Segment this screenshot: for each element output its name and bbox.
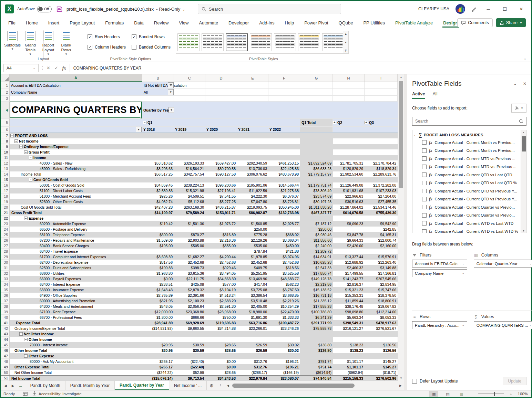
filter-funnel-button[interactable] [168, 82, 174, 88]
row-number[interactable]: 6 [1, 127, 10, 133]
fieldlist-scroll-thumb[interactable] [522, 136, 526, 151]
select-all-corner[interactable] [1, 74, 10, 82]
row-number[interactable]: 14 [1, 171, 10, 177]
sheet-tab-net-income-[interactable]: Net Income ' ... [169, 381, 207, 390]
ribbon-tab-file[interactable]: File [8, 18, 16, 28]
checkbox-row-headers[interactable]: ✓Row Headers [88, 34, 132, 39]
style-thumbnail-4[interactable] [250, 33, 272, 51]
ribbon-tab-power-pivot[interactable]: Power Pivot [304, 18, 329, 28]
row-number[interactable]: 35 [1, 287, 10, 293]
row-number[interactable]: 24 [1, 227, 10, 232]
close-button[interactable]: ✕ [516, 7, 526, 12]
row-number[interactable]: 41 [1, 320, 10, 326]
field-checkbox[interactable] [422, 213, 427, 218]
quarter-year-dropdown-button[interactable]: ▼ [168, 107, 174, 113]
ribbon-tab-view[interactable]: View [178, 18, 189, 28]
normal-view-icon[interactable]: ▦ [429, 391, 438, 397]
row-number[interactable]: 31 [1, 265, 10, 271]
column-header-H[interactable]: H [333, 74, 365, 82]
field-checkbox[interactable] [422, 181, 427, 185]
field-checkbox[interactable] [422, 229, 427, 233]
vertical-scrollbar[interactable]: ▲ ▼ [398, 74, 404, 381]
row-number[interactable]: 29 [1, 254, 10, 260]
style-thumbnail-5[interactable] [274, 33, 296, 51]
name-box[interactable]: A4⌄ [3, 64, 39, 72]
share-button[interactable]: Share ▼ [496, 18, 526, 27]
ribbon-tab-add-ins[interactable]: Add-ins [258, 18, 275, 28]
row-number[interactable]: 38 [1, 304, 10, 309]
excel-app-icon[interactable]: X [5, 4, 14, 13]
collapse-ribbon-icon[interactable]: ⌄ [524, 56, 526, 60]
confirm-entry-icon[interactable]: ✓ [54, 65, 58, 71]
column-header-I[interactable]: I [365, 74, 398, 82]
scroll-left-icon[interactable]: ◀ [227, 384, 229, 387]
style-thumbnail-6[interactable] [298, 33, 320, 51]
collapse-icon[interactable]: − [10, 134, 14, 137]
maximize-button[interactable]: ☐ [500, 7, 510, 12]
field-checkbox[interactable] [422, 156, 427, 161]
ribbon-tab-pivottable-analyze[interactable]: PivotTable Analyze [395, 18, 433, 28]
ribbon-tab-formulas[interactable]: Formulas [104, 18, 124, 28]
field-list-item[interactable]: fxCompare Actual - Current Quarter vs Pr… [415, 211, 521, 220]
field-checkbox[interactable] [422, 140, 427, 145]
row-number[interactable]: 50 [1, 370, 10, 375]
row-number[interactable]: 9 [1, 144, 10, 149]
field-checkbox[interactable] [422, 172, 427, 177]
style-thumbnail-1[interactable] [177, 33, 200, 51]
ribbon-tab-qqube[interactable]: QQube [338, 18, 354, 28]
row-number[interactable]: 32 [1, 271, 10, 276]
field-pill[interactable]: Company Name⌄ [412, 269, 467, 277]
horizontal-scroll-thumb[interactable] [232, 384, 355, 388]
row-number[interactable]: 34 [1, 282, 10, 287]
collapse-icon[interactable]: − [19, 332, 23, 336]
row-number[interactable]: 30 [1, 260, 10, 265]
zoom-level[interactable]: 100% [518, 392, 528, 396]
expand-icon[interactable]: + [333, 121, 336, 124]
collapse-icon[interactable]: − [24, 217, 28, 220]
checkbox-column-headers[interactable]: ✓Column Headers [88, 45, 132, 50]
macro-record-icon[interactable] [23, 392, 28, 396]
sheet-tab-pandl-month-by-year[interactable]: PandL Month by Year [65, 381, 115, 390]
horizontal-scrollbar[interactable]: ◀ ▶ [226, 383, 402, 388]
column-header-B[interactable]: B [142, 74, 174, 82]
row-number[interactable]: 47 [1, 353, 10, 359]
field-pill[interactable]: PandL Hierarchy : Acco...⌄ [412, 321, 467, 329]
field-checkbox[interactable] [422, 197, 427, 201]
scroll-right-icon[interactable]: ▶ [399, 384, 402, 387]
insert-function-icon[interactable]: fx [62, 65, 66, 71]
gallery-more-icon[interactable]: ⊽ [345, 49, 347, 52]
filter-dropdown-button[interactable]: ▼ [168, 89, 174, 95]
row-number[interactable]: 40 [1, 315, 10, 320]
fieldlist-up-icon[interactable]: ▲ [521, 130, 526, 134]
gallery-down-icon[interactable]: ▼ [345, 41, 347, 44]
row-number[interactable]: 20 [1, 205, 10, 210]
row-number[interactable]: 36 [1, 293, 10, 298]
row-number[interactable]: 45 [1, 342, 10, 348]
row-number[interactable]: 16 [1, 182, 10, 188]
ribbon-tab-help[interactable]: Help [284, 18, 295, 28]
group-collapse-icon[interactable]: ⌐ [415, 133, 417, 137]
collapse-icon[interactable]: − [19, 145, 23, 148]
vertical-scroll-thumb[interactable] [399, 81, 403, 188]
fields-pane-tab-active[interactable]: Active [412, 92, 425, 99]
row-number[interactable]: 22 [1, 216, 10, 221]
save-icon[interactable] [57, 6, 62, 12]
sheet-nav-left-icon[interactable]: ◀ [4, 384, 7, 388]
row-number[interactable]: 43 [1, 331, 10, 337]
tools-button[interactable]: ▼ [511, 104, 526, 113]
row-number[interactable]: 2 [1, 89, 10, 96]
zoom-out-icon[interactable]: − [471, 392, 473, 396]
minimize-button[interactable]: ─ [483, 7, 493, 12]
field-list-item[interactable]: fxCompare Actual - Current Month vs Prev… [415, 147, 521, 155]
sheet-more-icon[interactable]: ... [19, 384, 22, 388]
ribbon-tab-data[interactable]: Data [133, 18, 144, 28]
row-number[interactable]: 39 [1, 309, 10, 315]
ribbon-tab-insert[interactable]: Insert [48, 18, 60, 28]
field-list-item[interactable]: fxCompare Actual - Current QTD vs Last Q… [415, 179, 521, 187]
scroll-down-icon[interactable]: ▼ [398, 375, 404, 381]
pane-options-chevron-icon[interactable]: ⌄ [513, 81, 517, 86]
collapse-icon[interactable]: − [29, 156, 32, 159]
field-list[interactable]: ⌐ ∑ PROFIT AND LOSS MEASURES fxCompare A… [412, 130, 526, 233]
columns-area[interactable]: ▥Columns Calendar: Quarter-Year⌄ [470, 249, 532, 311]
checkbox-banded-columns[interactable]: Banded Columns [132, 45, 180, 50]
